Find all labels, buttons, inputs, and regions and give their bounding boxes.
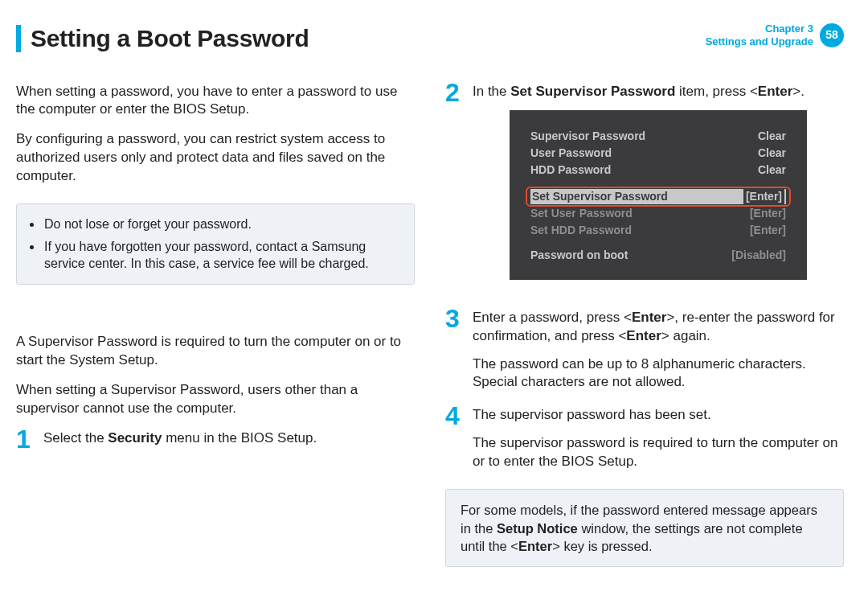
supervisor-note-1: A Supervisor Password is required to tur… <box>16 333 415 370</box>
title-accent-bar <box>16 25 21 52</box>
step-number-1: 1 <box>16 426 35 452</box>
step-3-text-2: The password can be up to 8 alphanumeric… <box>473 355 844 392</box>
bios-row: HDD PasswordClear <box>530 162 786 179</box>
supervisor-note-2: When setting a Supervisor Password, user… <box>16 381 415 418</box>
intro-paragraph-1: When setting a password, you have to ent… <box>16 83 415 120</box>
page-number-badge: 58 <box>820 23 844 47</box>
bios-row: Set HDD Password[Enter] <box>530 222 786 239</box>
step-1: 1 Select the Security menu in the BIOS S… <box>16 429 415 452</box>
chapter-text: Chapter 3 Settings and Upgrade <box>706 23 813 47</box>
chapter-line2: Settings and Upgrade <box>706 35 813 48</box>
step-2: 2 In the Set Supervisor Password item, p… <box>445 83 844 294</box>
step-3: 3 Enter a password, press <Enter>, re-en… <box>445 309 844 392</box>
step-4: 4 The supervisor password has been set. … <box>445 406 844 471</box>
bios-row: Supervisor PasswordClear <box>530 128 786 145</box>
step-4-text-2: The supervisor password is required to t… <box>473 434 844 471</box>
caution-item-2: If you have forgotten your password, con… <box>43 238 399 273</box>
step-1-text: Select the Security menu in the BIOS Set… <box>43 429 415 448</box>
caution-item-1: Do not lose or forget your password. <box>43 216 399 233</box>
bios-row: Password on boot[Disabled] <box>530 247 786 264</box>
step-2-text: In the Set Supervisor Password item, pre… <box>473 83 844 101</box>
chapter-line1: Chapter 3 <box>706 23 813 35</box>
chapter-block: Chapter 3 Settings and Upgrade 58 <box>706 23 844 47</box>
step-number-3: 3 <box>445 306 465 392</box>
caution-box: Do not lose or forget your password. If … <box>16 203 415 285</box>
step-3-text-1: Enter a password, press <Enter>, re-ente… <box>473 309 844 346</box>
left-column: When setting a password, you have to ent… <box>16 83 415 568</box>
right-column: 2 In the Set Supervisor Password item, p… <box>445 83 844 568</box>
step-number-2: 2 <box>445 80 465 294</box>
notice-box: For some models, if the password entered… <box>445 489 844 567</box>
step-4-text-1: The supervisor password has been set. <box>473 406 844 425</box>
intro-paragraph-2: By configuring a password, you can restr… <box>16 130 415 186</box>
step-number-4: 4 <box>445 403 465 471</box>
page-title: Setting a Boot Password <box>31 23 309 55</box>
bios-screenshot: Supervisor PasswordClear User PasswordCl… <box>510 110 807 279</box>
title-block: Setting a Boot Password <box>16 23 309 55</box>
bios-selected-row: Set Supervisor Password[Enter] <box>526 187 791 207</box>
bios-row: User PasswordClear <box>530 145 786 162</box>
bios-row: Set User Password[Enter] <box>530 205 786 222</box>
page-header: Setting a Boot Password Chapter 3 Settin… <box>16 23 844 55</box>
